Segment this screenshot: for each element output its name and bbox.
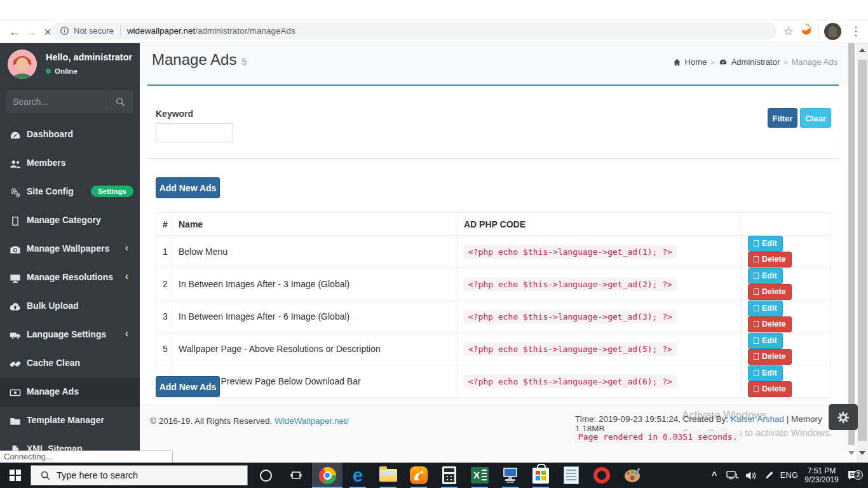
- sidebar-item-bulk-upload[interactable]: Bulk Upload: [0, 292, 140, 321]
- delete-button[interactable]: Delete: [748, 381, 792, 397]
- ad-name: Wallpaper Page - Above Resolutions or De…: [172, 333, 458, 365]
- filter-button[interactable]: Filter: [768, 108, 797, 128]
- page-scrollbar[interactable]: [848, 43, 855, 463]
- delete-label: Delete: [762, 287, 786, 296]
- chrome-icon: [319, 467, 336, 484]
- browser-profile-avatar[interactable]: [824, 23, 841, 40]
- taskbar-file-explorer[interactable]: [373, 463, 403, 488]
- sidebar-item-label: Bulk Upload: [27, 301, 79, 311]
- sidebar-search-input[interactable]: [6, 97, 105, 107]
- taskbar-search[interactable]: Type here to search: [31, 465, 248, 485]
- clear-button[interactable]: Clear: [800, 108, 831, 128]
- add-new-ads-button-bottom[interactable]: Add New Ads: [156, 376, 220, 397]
- author-link[interactable]: Kaiser Arshad: [731, 414, 784, 424]
- sidebar-item-cache-clean[interactable]: Cache Clean: [0, 349, 140, 378]
- browser-menu-icon[interactable]: ⋮: [848, 23, 864, 39]
- taskbar-chrome[interactable]: [312, 463, 342, 488]
- language-settings-icon: [9, 329, 21, 341]
- folder-icon: [9, 415, 21, 427]
- page-scrollbar-thumb[interactable]: [848, 43, 855, 445]
- file-explorer-icon: [379, 469, 397, 482]
- dashboard-icon: [719, 58, 728, 66]
- edit-label: Edit: [762, 271, 777, 280]
- taskbar-paint[interactable]: [617, 463, 648, 488]
- taskbar-clock[interactable]: 7:51 PM9/23/2019: [801, 463, 843, 488]
- taskbar-store[interactable]: [526, 463, 556, 488]
- sidebar-item-template-manager[interactable]: Template Manager: [0, 407, 140, 435]
- ad-num: 3: [156, 301, 172, 333]
- browser-scrollbar-thumb[interactable]: [858, 60, 867, 441]
- delete-button[interactable]: Delete: [748, 284, 792, 300]
- cortana-button[interactable]: [250, 463, 281, 488]
- breadcrumb-home[interactable]: Home: [685, 57, 707, 67]
- search-icon[interactable]: [105, 95, 133, 109]
- tray-chevron-up-icon[interactable]: ^: [707, 463, 722, 488]
- delete-label: Delete: [762, 255, 786, 264]
- edit-button[interactable]: Edit: [748, 301, 783, 316]
- sidebar-item-members[interactable]: Members: [0, 149, 140, 178]
- taskbar-notepad[interactable]: [556, 463, 587, 488]
- keyword-input[interactable]: [156, 123, 233, 142]
- square-glyph-icon: [754, 288, 759, 295]
- start-button[interactable]: [0, 463, 31, 488]
- sidebar-item-label: Dashboard: [27, 129, 73, 139]
- forward-icon[interactable]: →: [23, 24, 39, 40]
- copyright-text: © 2016-19. All Rights Reserved. WideWall…: [150, 416, 349, 426]
- camera-icon: [9, 243, 21, 255]
- sidebar-item-manage-ads[interactable]: Manage Ads: [0, 378, 140, 407]
- volume-icon[interactable]: [742, 463, 760, 488]
- gears-icon: [9, 186, 21, 198]
- bookmark-star-icon[interactable]: ☆: [780, 23, 797, 39]
- sidebar-item-manage-category[interactable]: Manage Category: [0, 207, 140, 235]
- info-icon[interactable]: [60, 26, 69, 36]
- back-icon[interactable]: ←: [6, 24, 23, 40]
- notification-badge: 2: [853, 470, 863, 480]
- edit-button[interactable]: Edit: [748, 268, 783, 284]
- extension-icon[interactable]: [799, 23, 816, 39]
- edit-button[interactable]: Edit: [748, 333, 783, 349]
- language-indicator[interactable]: ENG: [778, 463, 801, 488]
- table-row: 6 Wallpaper Preview Page Below Download …: [156, 365, 831, 398]
- sidebar-item-dashboard[interactable]: Dashboard: [0, 121, 140, 149]
- taskbar-edge[interactable]: e: [342, 463, 373, 488]
- address-bar[interactable]: Not secure widewallpaper.net/administrat…: [51, 22, 776, 39]
- sidebar: Hello, administrator Online Dashboard Me…: [0, 43, 140, 463]
- browser-scrollbar[interactable]: [857, 43, 868, 463]
- settings-fab-button[interactable]: [829, 404, 858, 430]
- taskbar-calculator[interactable]: [434, 463, 465, 488]
- sidebar-item-language-settings[interactable]: Language Settings ‹: [0, 321, 140, 349]
- delete-label: Delete: [762, 384, 786, 393]
- edit-button[interactable]: Edit: [748, 236, 783, 252]
- delete-button[interactable]: Delete: [748, 252, 792, 268]
- task-view-button[interactable]: [281, 463, 311, 488]
- pen-icon[interactable]: [761, 463, 778, 488]
- breadcrumb-separator: >: [783, 58, 787, 66]
- breadcrumb-current: Manage Ads: [792, 57, 837, 67]
- ad-php-code: <?php echo $this->language->get_ad(3); ?…: [464, 310, 677, 323]
- delete-button[interactable]: Delete: [748, 316, 792, 332]
- ad-php-code: <?php echo $this->language->get_ad(1); ?…: [464, 245, 677, 259]
- delete-button[interactable]: Delete: [748, 349, 792, 365]
- taskbar-uc-browser[interactable]: [403, 463, 434, 488]
- sidebar-item-manage-wallpapers[interactable]: Manage Wallpapers ‹: [0, 235, 140, 264]
- taskbar-remote-desktop[interactable]: [495, 463, 526, 488]
- sidebar-item-manage-resolutions[interactable]: Manage Resolutions ‹: [0, 264, 140, 292]
- ads-table: # Name AD PHP CODE 1 Below Menu <?php ec…: [156, 212, 831, 398]
- scroll-down-icon[interactable]: [859, 451, 865, 455]
- taskbar-excel[interactable]: X: [465, 463, 495, 488]
- breadcrumb-administrator[interactable]: Administrator: [731, 57, 780, 67]
- browser-tab-strip[interactable]: [0, 0, 868, 20]
- money-bill-icon: [9, 386, 21, 398]
- paint-icon: [623, 467, 641, 484]
- action-center-button[interactable]: 2: [844, 463, 863, 488]
- site-link[interactable]: WideWallpaper.net/: [275, 416, 349, 426]
- network-icon[interactable]: [724, 463, 741, 488]
- taskbar-opera[interactable]: [587, 463, 617, 488]
- omnibox-divider: [120, 26, 121, 36]
- edit-label: Edit: [762, 239, 777, 248]
- add-new-ads-button[interactable]: Add New Ads: [156, 177, 220, 198]
- edit-button[interactable]: Edit: [748, 365, 783, 381]
- scroll-up-icon[interactable]: [859, 48, 865, 52]
- sidebar-item-site-config[interactable]: Site Config Settings: [0, 178, 140, 207]
- scroll-down-icon[interactable]: [848, 451, 855, 455]
